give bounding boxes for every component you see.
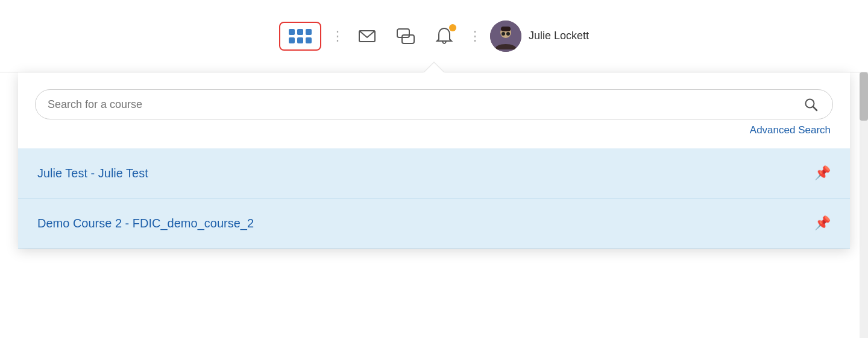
nav-center: ⋮ ⋮ <box>279 21 589 52</box>
separator-dots-2: ⋮ <box>468 28 480 44</box>
search-icon <box>804 97 818 112</box>
scrollbar-track <box>860 72 868 338</box>
scrollbar-thumb[interactable] <box>860 72 868 121</box>
course-item[interactable]: Julie Test - Julie Test 📌 <box>18 148 850 198</box>
dropdown-caret <box>423 62 445 72</box>
search-input[interactable] <box>48 98 801 111</box>
envelope-icon <box>357 27 377 46</box>
notification-badge <box>449 24 456 31</box>
grid-dot <box>297 37 303 43</box>
user-menu[interactable]: Julie Lockett <box>490 21 589 52</box>
course-item[interactable]: Demo Course 2 - FDIC_demo_course_2 📌 <box>18 198 850 249</box>
grid-dot <box>297 29 303 35</box>
course-name: Demo Course 2 - FDIC_demo_course_2 <box>37 217 254 230</box>
course-name: Julie Test - Julie Test <box>37 166 148 180</box>
pin-icon[interactable]: 📌 <box>814 215 831 231</box>
svg-rect-2 <box>402 35 414 43</box>
avatar-placeholder <box>490 21 521 52</box>
advanced-search-link-container: Advanced Search <box>35 119 833 136</box>
grid-dot <box>306 29 312 35</box>
grid-dot <box>289 37 295 43</box>
svg-point-6 <box>506 32 510 36</box>
separator-dots: ⋮ <box>331 28 343 44</box>
svg-rect-7 <box>501 27 511 31</box>
avatar-image <box>490 21 521 52</box>
notifications-button[interactable] <box>430 22 459 51</box>
chat-icon <box>396 27 415 46</box>
search-button[interactable] <box>801 97 820 112</box>
grid-dot <box>306 37 312 43</box>
chat-button[interactable] <box>391 22 420 51</box>
pin-icon[interactable]: 📌 <box>814 165 831 181</box>
avatar <box>490 21 521 52</box>
advanced-search-link[interactable]: Advanced Search <box>750 124 831 136</box>
search-box <box>35 89 833 119</box>
svg-point-5 <box>502 32 505 36</box>
grid-dot <box>289 29 295 35</box>
svg-rect-1 <box>397 29 409 37</box>
messages-button[interactable] <box>353 22 382 51</box>
svg-line-9 <box>813 107 817 110</box>
user-name-label: Julie Lockett <box>529 30 589 42</box>
course-search-dropdown: Advanced Search Julie Test - Julie Test … <box>18 72 850 249</box>
search-area: Advanced Search <box>18 72 850 144</box>
grid-icon <box>289 29 312 43</box>
course-list: Julie Test - Julie Test 📌 Demo Course 2 … <box>18 148 850 249</box>
apps-menu-button[interactable] <box>279 22 321 51</box>
